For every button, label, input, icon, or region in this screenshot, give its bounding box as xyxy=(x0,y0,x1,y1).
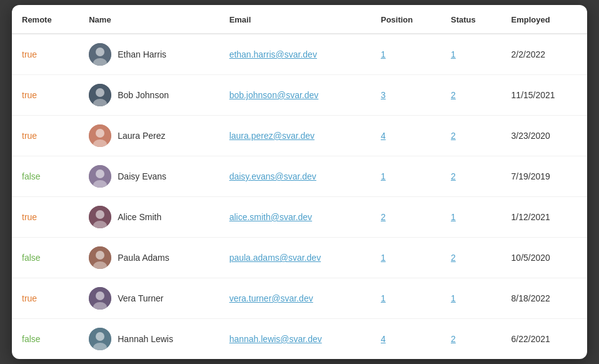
remote-value: false xyxy=(22,253,41,263)
email-link[interactable]: laura.perez@svar.dev xyxy=(229,131,315,141)
email-cell[interactable]: daisy.evans@svar.dev xyxy=(219,156,371,197)
name-cell: Bob Johnson xyxy=(79,75,219,116)
avatar xyxy=(89,328,111,350)
col-email: Email xyxy=(219,5,371,34)
remote-value: true xyxy=(22,49,37,59)
name-cell: Vera Turner xyxy=(79,278,219,319)
email-cell[interactable]: ethan.harris@svar.dev xyxy=(219,34,371,75)
remote-value: false xyxy=(22,334,41,344)
status-cell[interactable]: 2 xyxy=(441,116,501,156)
status-link[interactable]: 2 xyxy=(451,131,456,141)
status-cell[interactable]: 1 xyxy=(441,34,501,75)
svg-point-1 xyxy=(96,48,104,56)
email-link[interactable]: alice.smith@svar.dev xyxy=(229,212,312,222)
person-name: Alice Smith xyxy=(118,212,161,222)
employed-cell: 7/19/2019 xyxy=(501,156,587,197)
position-link[interactable]: 1 xyxy=(381,253,386,263)
status-cell[interactable]: 2 xyxy=(441,319,501,360)
person-name: Hannah Lewis xyxy=(118,334,173,344)
email-cell[interactable]: vera.turner@svar.dev xyxy=(219,278,371,319)
svg-point-16 xyxy=(96,251,104,260)
person-name: Vera Turner xyxy=(118,293,163,303)
position-cell[interactable]: 1 xyxy=(371,278,441,319)
remote-cell: true xyxy=(12,34,79,75)
name-cell: Hannah Lewis xyxy=(79,319,219,360)
email-link[interactable]: daisy.evans@svar.dev xyxy=(229,171,316,181)
status-link[interactable]: 1 xyxy=(451,293,456,303)
email-link[interactable]: ethan.harris@svar.dev xyxy=(229,49,317,59)
position-link[interactable]: 1 xyxy=(381,171,386,181)
email-link[interactable]: vera.turner@svar.dev xyxy=(229,293,313,303)
position-cell[interactable]: 4 xyxy=(371,116,441,156)
status-link[interactable]: 1 xyxy=(451,49,456,59)
status-cell[interactable]: 1 xyxy=(441,197,501,238)
position-link[interactable]: 4 xyxy=(381,334,386,344)
position-cell[interactable]: 3 xyxy=(371,75,441,116)
remote-cell: true xyxy=(12,75,79,116)
email-link[interactable]: paula.adams@svar.dev xyxy=(229,253,321,263)
table-row: true Vera Turner vera.turner@svar.dev 1 xyxy=(12,278,587,319)
remote-value: true xyxy=(22,212,37,222)
position-cell[interactable]: 1 xyxy=(371,34,441,75)
remote-cell: false xyxy=(12,238,79,278)
status-cell[interactable]: 2 xyxy=(441,156,501,197)
email-cell[interactable]: alice.smith@svar.dev xyxy=(219,197,371,238)
status-link[interactable]: 2 xyxy=(451,171,456,181)
position-link[interactable]: 4 xyxy=(381,131,386,141)
remote-cell: false xyxy=(12,156,79,197)
name-cell: Paula Adams xyxy=(79,238,219,278)
status-link[interactable]: 2 xyxy=(451,334,456,344)
svg-point-7 xyxy=(96,129,104,138)
avatar xyxy=(89,165,111,188)
email-link[interactable]: hannah.lewis@svar.dev xyxy=(229,334,322,344)
table-row: false Daisy Evans daisy.evans@svar.dev 1 xyxy=(12,156,587,197)
name-cell: Laura Perez xyxy=(79,116,219,156)
data-table: Remote Name Email Position Status Employ… xyxy=(12,5,587,359)
svg-point-22 xyxy=(96,332,104,341)
email-cell[interactable]: laura.perez@svar.dev xyxy=(219,116,371,156)
col-position: Position xyxy=(371,5,441,34)
position-cell[interactable]: 4 xyxy=(371,319,441,360)
name-cell: Daisy Evans xyxy=(79,156,219,197)
name-cell: Alice Smith xyxy=(79,197,219,238)
name-cell: Ethan Harris xyxy=(79,34,219,75)
col-name: Name xyxy=(79,5,219,34)
employed-cell: 6/22/2021 xyxy=(501,319,587,360)
remote-cell: false xyxy=(12,319,79,360)
status-link[interactable]: 2 xyxy=(451,90,456,100)
position-link[interactable]: 1 xyxy=(381,49,386,59)
table-row: true Laura Perez laura.perez@svar.dev 4 xyxy=(12,116,587,156)
remote-value: false xyxy=(22,171,41,181)
status-link[interactable]: 2 xyxy=(451,253,456,263)
email-cell[interactable]: hannah.lewis@svar.dev xyxy=(219,319,371,360)
status-cell[interactable]: 2 xyxy=(441,75,501,116)
table-header-row: Remote Name Email Position Status Employ… xyxy=(12,5,587,34)
avatar xyxy=(89,84,111,106)
svg-point-4 xyxy=(96,88,104,97)
status-cell[interactable]: 1 xyxy=(441,278,501,319)
position-cell[interactable]: 2 xyxy=(371,197,441,238)
avatar xyxy=(89,43,111,66)
table-row: true Ethan Harris ethan.harris@svar.dev … xyxy=(12,34,587,75)
avatar xyxy=(89,287,111,310)
position-cell[interactable]: 1 xyxy=(371,156,441,197)
col-remote: Remote xyxy=(12,5,79,34)
employed-cell: 10/5/2020 xyxy=(501,238,587,278)
position-link[interactable]: 1 xyxy=(381,293,386,303)
email-cell[interactable]: paula.adams@svar.dev xyxy=(219,238,371,278)
position-link[interactable]: 3 xyxy=(381,90,386,100)
email-link[interactable]: bob.johnson@svar.dev xyxy=(229,90,319,100)
employed-cell: 2/2/2022 xyxy=(501,34,587,75)
svg-point-19 xyxy=(96,291,104,300)
email-cell[interactable]: bob.johnson@svar.dev xyxy=(219,75,371,116)
remote-cell: true xyxy=(12,116,79,156)
table-row: true Alice Smith alice.smith@svar.dev 2 xyxy=(12,197,587,238)
remote-value: true xyxy=(22,131,37,141)
position-link[interactable]: 2 xyxy=(381,212,386,222)
status-link[interactable]: 1 xyxy=(451,212,456,222)
remote-value: true xyxy=(22,90,37,100)
status-cell[interactable]: 2 xyxy=(441,238,501,278)
employed-cell: 8/18/2022 xyxy=(501,278,587,319)
avatar xyxy=(89,246,111,269)
position-cell[interactable]: 1 xyxy=(371,238,441,278)
